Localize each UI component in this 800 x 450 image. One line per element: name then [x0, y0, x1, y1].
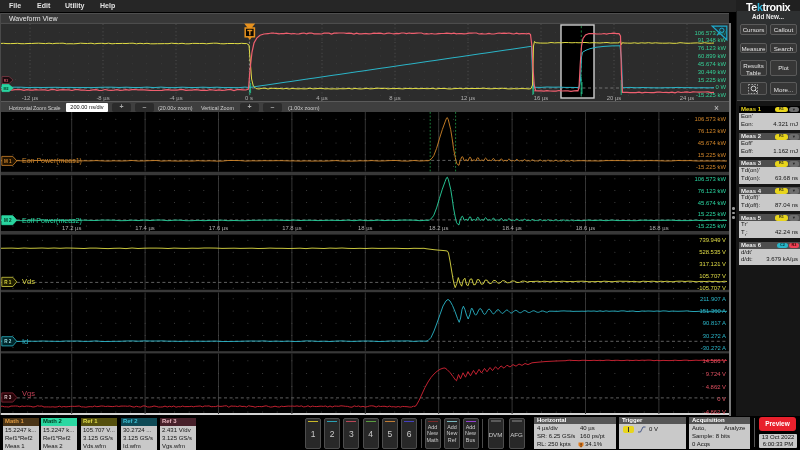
svg-text:-15.225 kW: -15.225 kW [696, 164, 727, 170]
svg-text:14.586 V: 14.586 V [702, 358, 726, 364]
svg-text:739.949 V: 739.949 V [699, 237, 726, 243]
svg-text:106.573 kW: 106.573 kW [695, 176, 727, 182]
svg-text:Vgs: Vgs [22, 389, 35, 398]
svg-text:4.862 V: 4.862 V [706, 384, 726, 390]
svg-text:76.123 kW: 76.123 kW [698, 128, 727, 134]
svg-text:18.6 µs: 18.6 µs [576, 225, 595, 231]
svg-text:Id: Id [22, 337, 28, 346]
svg-text:90.817 A: 90.817 A [703, 320, 726, 326]
svg-text:17.8 µs: 17.8 µs [282, 225, 301, 231]
svg-text:Vds: Vds [22, 277, 35, 286]
svg-text:15.225 kW: 15.225 kW [698, 152, 727, 158]
svg-text:30.272 A: 30.272 A [703, 333, 726, 339]
svg-text:151.360 A: 151.360 A [699, 308, 726, 314]
svg-text:Eoff Power(meas2): Eoff Power(meas2) [22, 217, 82, 225]
svg-text:17.2 µs: 17.2 µs [62, 225, 81, 231]
svg-text:211.907 A: 211.907 A [700, 296, 726, 302]
svg-text:45.674 kW: 45.674 kW [698, 140, 727, 146]
svg-text:M 2: M 2 [4, 218, 12, 223]
svg-text:18 µs: 18 µs [358, 225, 373, 231]
svg-text:0 V: 0 V [717, 396, 726, 402]
svg-text:18.4 µs: 18.4 µs [502, 225, 521, 231]
svg-text:R 1: R 1 [4, 280, 12, 285]
svg-text:528.535 V: 528.535 V [699, 249, 726, 255]
svg-text:9.724 V: 9.724 V [706, 371, 726, 377]
svg-text:M 1: M 1 [4, 159, 12, 164]
svg-text:17.4 µs: 17.4 µs [135, 225, 154, 231]
svg-text:317.121 V: 317.121 V [699, 261, 726, 267]
svg-text:105.707 V: 105.707 V [699, 273, 726, 279]
svg-text:15.225 kW: 15.225 kW [698, 211, 727, 217]
svg-text:18.2 µs: 18.2 µs [429, 225, 448, 231]
svg-text:18.8 µs: 18.8 µs [649, 225, 668, 231]
svg-text:R 3: R 3 [4, 395, 12, 400]
svg-text:R 2: R 2 [4, 339, 12, 344]
svg-text:-4.862 V: -4.862 V [704, 409, 726, 415]
svg-text:-15.225 kW: -15.225 kW [696, 223, 727, 229]
svg-text:-30.272 A: -30.272 A [701, 345, 726, 351]
svg-text:17.6 µs: 17.6 µs [209, 225, 228, 231]
svg-text:Eon Power(meas1): Eon Power(meas1) [22, 157, 82, 165]
svg-text:-105.707 V: -105.707 V [697, 285, 726, 291]
svg-text:45.674 kW: 45.674 kW [698, 200, 727, 206]
svg-text:106.573 kW: 106.573 kW [695, 116, 727, 122]
svg-text:76.123 kW: 76.123 kW [698, 188, 727, 194]
